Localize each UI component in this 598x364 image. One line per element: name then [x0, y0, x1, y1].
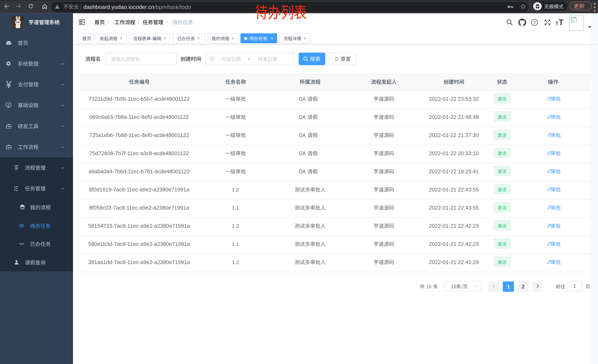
svg-text:?: ?	[533, 20, 536, 25]
